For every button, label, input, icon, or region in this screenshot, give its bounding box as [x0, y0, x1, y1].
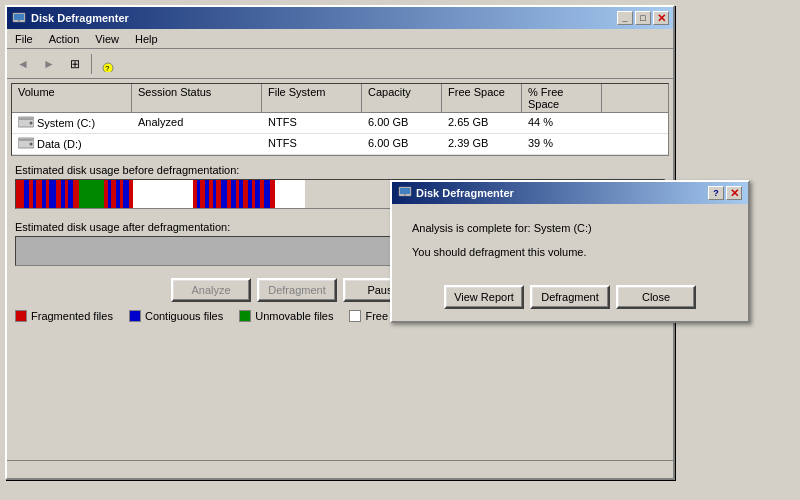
- back-button[interactable]: ◄: [11, 53, 35, 75]
- svg-point-13: [404, 194, 406, 196]
- unmovable-color-box: [239, 310, 251, 322]
- dialog-buttons: View Report Defragment Close: [392, 277, 748, 321]
- dialog-line1: Analysis is complete for: System (C:): [412, 220, 728, 238]
- help-button[interactable]: ?: [96, 53, 120, 75]
- col-freespace: Free Space: [442, 84, 522, 112]
- svg-rect-1: [14, 14, 24, 20]
- vol-pct-d: 39 %: [522, 134, 602, 154]
- svg-rect-6: [19, 118, 33, 120]
- title-bar-buttons: _ □ ✕: [617, 11, 669, 25]
- status-bar: [7, 460, 673, 478]
- vol-free-d: 2.39 GB: [442, 134, 522, 154]
- volume-list: Volume Session Status File System Capaci…: [11, 83, 669, 156]
- col-capacity: Capacity: [362, 84, 442, 112]
- menu-help[interactable]: Help: [127, 31, 166, 47]
- vol-free-c: 2.65 GB: [442, 113, 522, 133]
- legend-contiguous: Contiguous files: [129, 310, 223, 322]
- after-defrag-bar: [15, 236, 413, 266]
- app-icon: [11, 10, 27, 26]
- unmovable-label: Unmovable files: [255, 310, 333, 322]
- table-row[interactable]: Data (D:) NTFS 6.00 GB 2.39 GB 39 %: [12, 134, 668, 155]
- svg-rect-9: [19, 139, 33, 141]
- view-button[interactable]: ⊞: [63, 53, 87, 75]
- before-label: Estimated disk usage before defragmentat…: [15, 164, 665, 176]
- fragmented-label: Fragmented files: [31, 310, 113, 322]
- maximize-button[interactable]: □: [635, 11, 651, 25]
- dialog: Disk Defragmenter ? ✕ Analysis is comple…: [390, 180, 750, 323]
- forward-button[interactable]: ►: [37, 53, 61, 75]
- menu-view[interactable]: View: [87, 31, 127, 47]
- svg-point-10: [30, 143, 33, 146]
- menu-action[interactable]: Action: [41, 31, 88, 47]
- vol-cap-d: 6.00 GB: [362, 134, 442, 154]
- vol-pct-c: 44 %: [522, 113, 602, 133]
- legend-unmovable: Unmovable files: [239, 310, 333, 322]
- defragment-button[interactable]: Defragment: [257, 278, 337, 302]
- window-title: Disk Defragmenter: [31, 12, 617, 24]
- title-bar: Disk Defragmenter _ □ ✕: [7, 7, 673, 29]
- svg-point-2: [18, 20, 20, 22]
- menu-bar: File Action View Help: [7, 29, 673, 49]
- menu-file[interactable]: File: [7, 31, 41, 47]
- dialog-help-button[interactable]: ?: [708, 186, 724, 200]
- dialog-title-text: Disk Defragmenter: [416, 187, 514, 199]
- dialog-close-button[interactable]: ✕: [726, 186, 742, 200]
- dialog-defragment-button[interactable]: Defragment: [530, 285, 610, 309]
- svg-rect-12: [400, 188, 410, 194]
- vol-status-c: Analyzed: [132, 113, 262, 133]
- minimize-button[interactable]: _: [617, 11, 633, 25]
- contiguous-label: Contiguous files: [145, 310, 223, 322]
- table-row[interactable]: System (C:) Analyzed NTFS 6.00 GB 2.65 G…: [12, 113, 668, 134]
- view-report-button[interactable]: View Report: [444, 285, 524, 309]
- col-volume: Volume: [12, 84, 132, 112]
- dialog-line2: You should defragment this volume.: [412, 244, 728, 262]
- vol-name-c: System (C:): [12, 113, 132, 133]
- contiguous-color-box: [129, 310, 141, 322]
- analyze-button[interactable]: Analyze: [171, 278, 251, 302]
- fragmented-color-box: [15, 310, 27, 322]
- legend-fragmented: Fragmented files: [15, 310, 113, 322]
- col-fs: File System: [262, 84, 362, 112]
- vol-name-d: Data (D:): [12, 134, 132, 154]
- dialog-title-bar: Disk Defragmenter ? ✕: [392, 182, 748, 204]
- toolbar: ◄ ► ⊞ ?: [7, 49, 673, 79]
- dialog-content: Analysis is complete for: System (C:) Yo…: [392, 204, 748, 277]
- vol-cap-c: 6.00 GB: [362, 113, 442, 133]
- volume-header: Volume Session Status File System Capaci…: [12, 84, 668, 113]
- hdd-icon-d: [18, 137, 34, 151]
- hdd-icon-c: [18, 116, 34, 130]
- dialog-close-btn[interactable]: Close: [616, 285, 696, 309]
- vol-fs-d: NTFS: [262, 134, 362, 154]
- vol-fs-c: NTFS: [262, 113, 362, 133]
- svg-text:?: ?: [105, 64, 110, 72]
- dialog-icon: [398, 185, 412, 201]
- svg-point-7: [30, 122, 33, 125]
- col-session: Session Status: [132, 84, 262, 112]
- col-pct: % Free Space: [522, 84, 602, 112]
- close-button[interactable]: ✕: [653, 11, 669, 25]
- toolbar-separator: [91, 54, 92, 74]
- free-color-box: [349, 310, 361, 322]
- vol-status-d: [132, 134, 262, 154]
- dialog-titlebar-buttons: ? ✕: [708, 186, 742, 200]
